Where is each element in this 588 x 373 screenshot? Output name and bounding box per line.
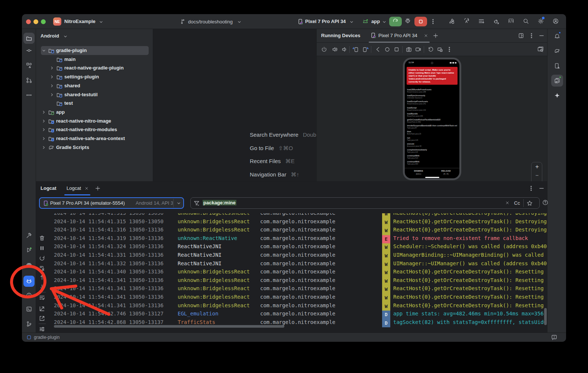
chevron-down-icon[interactable] [176, 201, 181, 206]
overlay-icon[interactable] [437, 46, 443, 52]
logcat-row[interactable]: 2024-10-14 11:54:41.340 13050-13136unkno… [48, 269, 547, 277]
debug-icon[interactable] [405, 18, 411, 24]
export-icon[interactable] [39, 315, 45, 321]
settings-gear-icon[interactable] [538, 18, 544, 24]
tree-item-gradle-scripts[interactable]: Gradle Scripts [36, 143, 153, 152]
soft-wrap-icon[interactable] [39, 295, 45, 301]
minimize-window-button[interactable] [33, 19, 38, 24]
tree-item-react-native-safe-area-context[interactable]: react-native-safe-area-context [36, 134, 153, 143]
tree-item-test[interactable]: test [36, 99, 153, 108]
kebab-icon[interactable] [430, 19, 436, 25]
logcat-row[interactable]: 2024-10-14 11:54:41.341 13050-13136unkno… [48, 285, 547, 294]
project-view-title[interactable]: Android [41, 33, 59, 39]
logcat-tab-label[interactable]: Logcat [67, 185, 81, 191]
logcat-row[interactable]: 2024-10-14 11:54:41.315 13050-13050unkno… [48, 218, 547, 227]
logcat-row[interactable]: 2024-10-14 11:54:41.332 13050-13136React… [48, 260, 547, 269]
pull-requests-button[interactable] [23, 75, 35, 86]
todo-list-icon[interactable] [478, 18, 484, 24]
chevron-right-icon[interactable] [41, 110, 46, 115]
profiler-icon[interactable] [493, 18, 499, 24]
tree-item-react-native-nitro-image[interactable]: react-native-nitro-image [36, 117, 153, 126]
stop-button[interactable] [414, 17, 427, 26]
logcat-row[interactable]: 2024-10-14 11:54:41.341 13050-13136unkno… [48, 302, 547, 311]
kebab-icon[interactable] [529, 33, 534, 39]
logcat-row[interactable]: 2024-10-14 11:54:42.746 13050-13127EGL_e… [48, 311, 547, 319]
arrow-down-icon[interactable] [39, 284, 45, 290]
volume-down-icon[interactable] [342, 46, 348, 52]
tree-item-gradle-plugin[interactable]: gradle-plugin [36, 46, 153, 55]
version-control-button[interactable] [23, 318, 35, 330]
chevron-right-icon[interactable] [41, 127, 46, 132]
run-config-selector[interactable]: app [371, 19, 380, 24]
logcat-button[interactable] [23, 276, 35, 287]
match-case-button[interactable]: Cc [514, 200, 520, 206]
terminal-button[interactable] [23, 304, 35, 315]
chevron-right-icon[interactable] [49, 74, 55, 80]
more-tools-button[interactable] [23, 90, 35, 101]
screenshot-search-icon[interactable] [537, 46, 543, 52]
chevron-right-icon[interactable] [41, 136, 46, 141]
search-icon[interactable] [523, 18, 529, 24]
funnel-icon[interactable] [194, 200, 200, 206]
logcat-device-dropdown[interactable]: Pixel 7 Pro API 34 (emulator-5554)Androi… [39, 197, 184, 209]
power-icon[interactable] [321, 46, 327, 52]
run-tool-button[interactable] [23, 244, 35, 256]
tree-item-shared[interactable]: shared [36, 81, 153, 90]
plus-icon[interactable] [95, 185, 101, 191]
home-icon[interactable] [384, 46, 390, 52]
logcat-filter-value[interactable]: package:mine [203, 200, 236, 205]
zoom-window-button[interactable] [41, 19, 46, 24]
chevron-right-icon[interactable] [41, 145, 46, 150]
device-selector[interactable]: Pixel 7 Pro API 34 [305, 19, 346, 24]
phone-emulator[interactable]: 11:54Unable to load script. Make sure yo… [403, 58, 461, 180]
question-bubble-icon[interactable] [551, 334, 557, 340]
restore-icon[interactable] [428, 46, 434, 52]
close-window-button[interactable] [26, 19, 31, 24]
close-icon[interactable] [424, 33, 428, 38]
structure-button[interactable] [23, 60, 35, 71]
logcat-row[interactable]: 2024-10-14 11:54:41.331 13050-13136React… [48, 252, 547, 260]
code-review-icon[interactable] [508, 18, 514, 24]
minimize-icon[interactable] [539, 185, 545, 191]
project-folder-button[interactable] [23, 33, 35, 44]
horizontal-scrollbar[interactable] [54, 325, 284, 328]
device-manager-button[interactable] [551, 60, 563, 72]
run-button[interactable] [389, 17, 402, 26]
rotate-left-icon[interactable] [353, 46, 359, 52]
camera-icon[interactable] [406, 46, 412, 52]
app-insights-button[interactable] [23, 260, 35, 271]
build-tool-button[interactable] [23, 230, 35, 241]
commit-button[interactable] [23, 45, 35, 56]
plus-icon[interactable] [433, 33, 439, 39]
refresh-icon[interactable] [39, 255, 45, 261]
chevron-right-icon[interactable] [41, 119, 46, 124]
arrow-up-icon[interactable] [39, 275, 45, 280]
tree-item-react-native-nitro-modules[interactable]: react-native-nitro-modules [36, 125, 153, 134]
project-name[interactable]: NitroExample [64, 19, 96, 24]
build-icon[interactable] [449, 18, 455, 24]
pause-icon[interactable] [39, 245, 45, 251]
running-devices-button[interactable] [551, 75, 563, 87]
sliders-icon[interactable] [39, 326, 45, 332]
chevron-down-icon[interactable] [41, 48, 46, 53]
gradle-button[interactable] [551, 45, 563, 57]
close-icon[interactable] [84, 186, 89, 191]
kebab-icon[interactable] [528, 185, 534, 191]
logcat-row[interactable]: 2024-10-14 11:54:41.313 13050-13050unkno… [48, 213, 547, 218]
phone-dismiss-button[interactable]: DISMISS [409, 170, 428, 172]
minimize-icon[interactable] [539, 33, 545, 39]
import-icon[interactable] [39, 306, 45, 312]
branch-name[interactable]: docs/troubleshooting [188, 19, 233, 25]
tree-item-main[interactable]: main [36, 55, 153, 64]
video-icon[interactable] [415, 46, 421, 52]
tree-item-app[interactable]: app [36, 108, 153, 117]
device-tab-label[interactable]: Pixel 7 Pro API 34 [378, 33, 417, 38]
vertical-scrollbar[interactable] [544, 308, 547, 325]
logcat-filter-field[interactable]: package:mineCc [190, 197, 540, 209]
account-icon[interactable] [553, 18, 559, 24]
problems-button[interactable] [23, 290, 35, 301]
logcat-row[interactable]: 2024-10-14 11:54:41.324 13050-13136React… [48, 243, 547, 252]
logcat-row[interactable]: 2024-10-14 11:54:41.319 13050-13136unkno… [48, 235, 547, 244]
tree-item-react-native-gradle-plugin[interactable]: react-native-gradle-plugin [36, 64, 153, 72]
tree-item-shared-testutil[interactable]: shared-testutil [36, 90, 153, 99]
